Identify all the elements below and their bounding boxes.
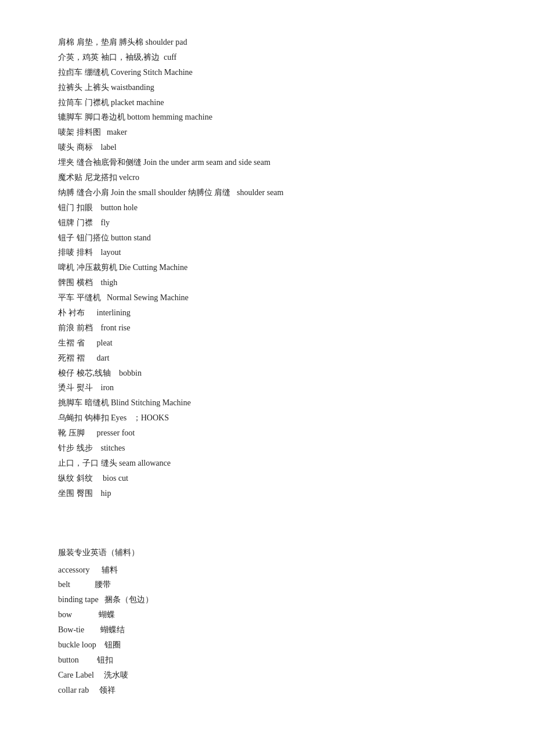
list-item: 钮牌 门襟 fly (58, 215, 476, 231)
list-item: 前浪 前档 front rise (58, 321, 476, 336)
list-item: 钮子 钮门搭位 button stand (58, 231, 476, 246)
list-item: 生褶 省 pleat (58, 336, 476, 351)
list-item: 梭仔 梭芯,线轴 bobbin (58, 366, 476, 381)
list-item: 止口，子口 缝头 seam allowance (58, 456, 476, 471)
list-item: 排唛 排料 layout (58, 245, 476, 260)
list-item: 啤机 冲压裁剪机 Die Cutting Machine (58, 260, 476, 275)
list-item: Bow-tie 蝴蝶结 (58, 622, 476, 638)
list-item: 拉筒车 门襟机 placket machine (58, 95, 476, 110)
list-item: 靴 压脚 presser foot (58, 426, 476, 441)
list-item: 髀围 横档 thigh (58, 275, 476, 290)
list-item: 拉卣车 绷缝机 Covering Stitch Machine (58, 65, 476, 80)
list-item: 埋夹 缝合袖底骨和侧缝 Join the under arm seam and … (58, 155, 476, 170)
section-title: 服装专业英语（辅料） (58, 545, 476, 560)
list-item: 平车 平缝机 Normal Sewing Machine (58, 290, 476, 305)
list-item: binding tape 捆条（包边） (58, 592, 476, 607)
list-item: 挑脚车 暗缝机 Blind Stitching Machine (58, 395, 476, 411)
list-item: 钮门 扣眼 button hole (58, 200, 476, 215)
list-item: 纵纹 斜纹 bios cut (58, 471, 476, 486)
garment-terms-section: 肩棉 肩垫，垫肩 膊头棉 shoulder pad介英，鸡英 袖口，袖级,裤边 … (58, 35, 476, 501)
list-item: 死褶 褶 dart (58, 351, 476, 366)
list-item: 辘脚车 脚口卷边机 bottom hemming machine (58, 110, 476, 125)
list-item: 唛架 排料图 maker (58, 125, 476, 140)
page-content: 肩棉 肩垫，垫肩 膊头棉 shoulder pad介英，鸡英 袖口，袖级,裤边 … (58, 35, 476, 698)
list-item: 介英，鸡英 袖口，袖级,裤边 cuff (58, 50, 476, 65)
list-item: button 钮扣 (58, 653, 476, 668)
list-item: 唛头 商标 label (58, 140, 476, 155)
list-item: 纳膊 缝合小肩 Join the small shoulder 纳膊位 肩缝 s… (58, 185, 476, 200)
list-item: 拉裤头 上裤头 waistbanding (58, 80, 476, 95)
list-item: 针步 线步 stitches (58, 441, 476, 456)
list-item: 坐围 臀围 hip (58, 486, 476, 501)
list-item: Care Label 洗水唛 (58, 668, 476, 683)
list-item: 烫斗 熨斗 iron (58, 380, 476, 395)
list-item: 肩棉 肩垫，垫肩 膊头棉 shoulder pad (58, 35, 476, 50)
list-item: accessory 辅料 (58, 563, 476, 578)
section-gap (58, 524, 476, 545)
list-item: collar rab 领祥 (58, 683, 476, 698)
list-item: 朴 衬布 interlining (58, 305, 476, 321)
list-item: buckle loop 钮圈 (58, 638, 476, 653)
list-item: belt 腰带 (58, 577, 476, 592)
list-item: 魔术贴 尼龙搭扣 velcro (58, 170, 476, 185)
list-item: 乌蝇扣 钩棒扣 Eyes ；HOOKS (58, 411, 476, 426)
list-item: bow 蝴蝶 (58, 607, 476, 622)
accessory-terms-section: 服装专业英语（辅料）accessory 辅料belt 腰带binding tap… (58, 545, 476, 698)
